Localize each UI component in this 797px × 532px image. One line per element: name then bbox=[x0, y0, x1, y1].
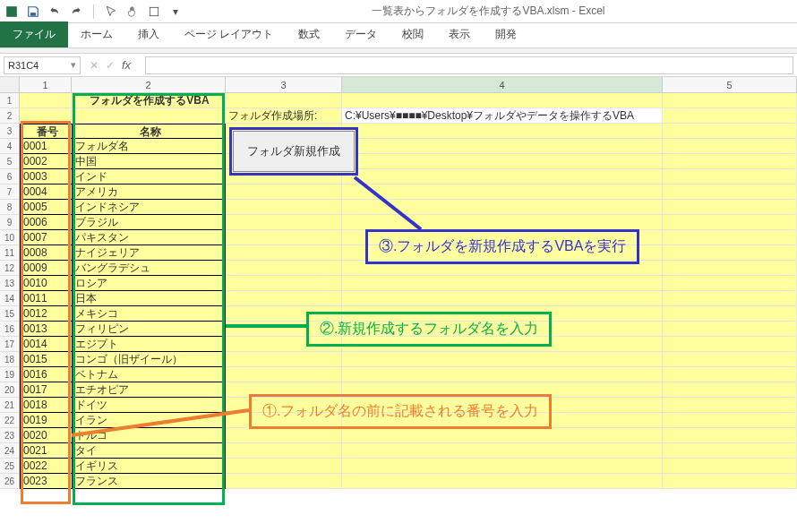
table-cell-num[interactable]: 0021 bbox=[20, 443, 72, 459]
table-cell-num[interactable]: 0020 bbox=[20, 428, 72, 443]
table-cell-name[interactable]: バングラデシュ bbox=[72, 261, 226, 276]
table-cell-num[interactable]: 0006 bbox=[20, 215, 72, 230]
table-cell-name[interactable]: アメリカ bbox=[72, 184, 226, 200]
enter-icon[interactable]: ✓ bbox=[106, 59, 115, 72]
table-cell-name[interactable]: トルコ bbox=[72, 428, 226, 443]
cell[interactable] bbox=[663, 184, 797, 200]
table-cell-name[interactable]: メキシコ bbox=[72, 306, 226, 322]
cell[interactable] bbox=[342, 124, 663, 139]
row-number[interactable]: 9 bbox=[0, 215, 20, 230]
table-cell-name[interactable]: フォルダ名 bbox=[72, 139, 226, 154]
tab-home[interactable]: ホーム bbox=[68, 21, 125, 47]
row-number[interactable]: 26 bbox=[0, 474, 20, 489]
cell[interactable] bbox=[226, 291, 342, 306]
row-number[interactable]: 14 bbox=[0, 291, 20, 306]
tab-insert[interactable]: 挿入 bbox=[125, 21, 172, 47]
cell[interactable] bbox=[226, 459, 342, 474]
qat-dropdown-icon[interactable]: ▾ bbox=[167, 4, 184, 20]
row-number[interactable]: 6 bbox=[0, 169, 20, 184]
cell[interactable] bbox=[342, 154, 663, 169]
cell[interactable] bbox=[342, 459, 663, 474]
table-cell-num[interactable]: 0017 bbox=[20, 382, 72, 398]
row-number[interactable]: 11 bbox=[0, 245, 20, 261]
cell[interactable] bbox=[226, 428, 342, 443]
cell[interactable] bbox=[663, 443, 797, 459]
cell[interactable] bbox=[226, 352, 342, 367]
tab-review[interactable]: 校閲 bbox=[390, 21, 436, 47]
table-cell-num[interactable]: 0004 bbox=[20, 184, 72, 200]
grid-body[interactable]: 1フォルダを作成するVBA2フォルダ作成場所:C:¥Users¥■■■■¥Des… bbox=[0, 93, 797, 489]
cell[interactable] bbox=[342, 93, 663, 108]
fx-icon[interactable]: fx bbox=[122, 58, 131, 72]
table-cell-name[interactable]: フィリピン bbox=[72, 322, 226, 337]
cell[interactable] bbox=[663, 276, 797, 291]
table-cell-name[interactable]: イギリス bbox=[72, 459, 226, 474]
cell[interactable] bbox=[20, 108, 72, 124]
cursor-icon[interactable] bbox=[103, 4, 119, 20]
table-cell-name[interactable]: イラン bbox=[72, 413, 226, 428]
cell[interactable] bbox=[663, 474, 797, 489]
table-cell-name[interactable]: ナイジェリア bbox=[72, 245, 226, 261]
cell[interactable] bbox=[226, 200, 342, 215]
cell[interactable] bbox=[663, 337, 797, 352]
cell[interactable] bbox=[342, 367, 663, 382]
row-number[interactable]: 24 bbox=[0, 443, 20, 459]
table-header-num[interactable]: 番号 bbox=[20, 124, 72, 139]
undo-icon[interactable] bbox=[47, 4, 63, 20]
table-cell-num[interactable]: 0002 bbox=[20, 154, 72, 169]
cell[interactable] bbox=[226, 367, 342, 382]
table-cell-num[interactable]: 0007 bbox=[20, 230, 72, 245]
cell[interactable] bbox=[226, 215, 342, 230]
table-cell-name[interactable]: フランス bbox=[72, 474, 226, 489]
cell[interactable] bbox=[663, 200, 797, 215]
table-cell-num[interactable]: 0022 bbox=[20, 459, 72, 474]
table-cell-num[interactable]: 0011 bbox=[20, 291, 72, 306]
cell[interactable] bbox=[342, 169, 663, 184]
row-number[interactable]: 3 bbox=[0, 124, 20, 139]
row-number[interactable]: 17 bbox=[0, 337, 20, 352]
cell[interactable] bbox=[72, 108, 226, 124]
row-number[interactable]: 16 bbox=[0, 322, 20, 337]
path-label[interactable]: フォルダ作成場所: bbox=[226, 108, 342, 124]
col-header[interactable]: 4 bbox=[342, 77, 663, 92]
tab-view[interactable]: 表示 bbox=[436, 21, 483, 47]
table-cell-num[interactable]: 0005 bbox=[20, 200, 72, 215]
row-number[interactable]: 25 bbox=[0, 459, 20, 474]
col-header[interactable]: 3 bbox=[226, 77, 342, 92]
table-cell-name[interactable]: ロシア bbox=[72, 276, 226, 291]
cell[interactable] bbox=[342, 474, 663, 489]
table-cell-name[interactable]: インド bbox=[72, 169, 226, 184]
row-number[interactable]: 10 bbox=[0, 230, 20, 245]
cell[interactable] bbox=[342, 200, 663, 215]
row-number[interactable]: 1 bbox=[0, 93, 20, 108]
table-cell-num[interactable]: 0015 bbox=[20, 352, 72, 367]
cell[interactable] bbox=[663, 169, 797, 184]
cell[interactable] bbox=[663, 93, 797, 108]
title-cell[interactable]: フォルダを作成するVBA bbox=[72, 93, 226, 108]
row-number[interactable]: 7 bbox=[0, 184, 20, 200]
cell[interactable] bbox=[663, 108, 797, 124]
cell[interactable] bbox=[342, 428, 663, 443]
cell[interactable] bbox=[663, 245, 797, 261]
table-cell-name[interactable]: インドネシア bbox=[72, 200, 226, 215]
chevron-down-icon[interactable]: ▾ bbox=[71, 59, 76, 71]
tab-pagelayout[interactable]: ページ レイアウト bbox=[172, 21, 286, 47]
table-cell-num[interactable]: 0013 bbox=[20, 322, 72, 337]
name-box[interactable]: R31C4 ▾ bbox=[4, 56, 81, 74]
cell[interactable] bbox=[342, 443, 663, 459]
tab-file[interactable]: ファイル bbox=[0, 21, 68, 47]
col-header[interactable]: 1 bbox=[20, 77, 72, 92]
tab-formulas[interactable]: 数式 bbox=[286, 21, 332, 47]
table-cell-name[interactable]: 日本 bbox=[72, 291, 226, 306]
table-header-name[interactable]: 名称 bbox=[72, 124, 226, 139]
row-number[interactable]: 18 bbox=[0, 352, 20, 367]
table-cell-name[interactable]: 中国 bbox=[72, 154, 226, 169]
row-number[interactable]: 22 bbox=[0, 413, 20, 428]
row-number[interactable]: 4 bbox=[0, 139, 20, 154]
cell[interactable] bbox=[342, 276, 663, 291]
redo-icon[interactable] bbox=[68, 4, 84, 20]
table-cell-num[interactable]: 0009 bbox=[20, 261, 72, 276]
cell[interactable] bbox=[663, 428, 797, 443]
cell[interactable] bbox=[663, 322, 797, 337]
row-number[interactable]: 8 bbox=[0, 200, 20, 215]
